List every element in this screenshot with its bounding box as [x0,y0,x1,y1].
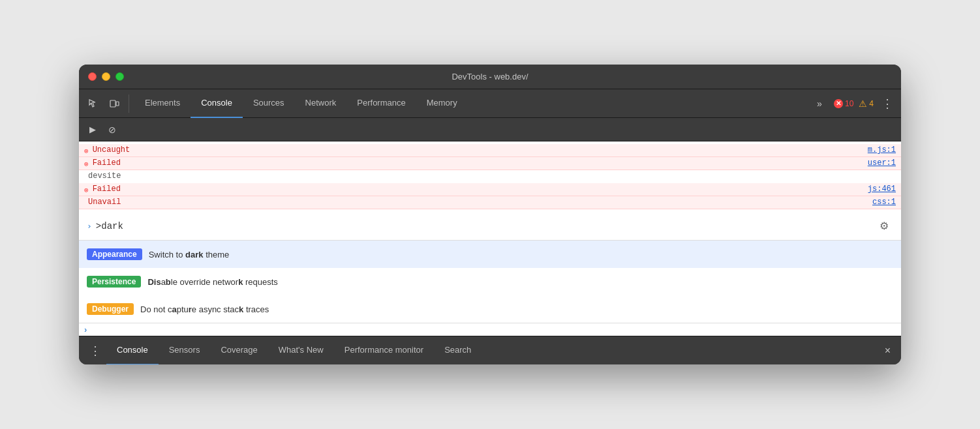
source-link[interactable]: css:1 [872,198,896,207]
console-line: Unavail css:1 [79,196,901,209]
inspect-element-button[interactable] [84,95,102,113]
minimize-button[interactable] [102,72,110,81]
source-link[interactable]: m.js:1 [868,145,896,155]
inspect-icon [88,98,99,109]
kebab-menu-button[interactable]: ⋮ [879,96,896,111]
window-title: DevTools - web.dev/ [452,72,528,81]
source-link[interactable]: user:1 [868,158,896,168]
error-icon: ⊗ [84,186,89,194]
console-line: ⊗ Failed user:1 [79,157,901,170]
bottom-close-button[interactable]: × [880,336,896,365]
autocomplete-item-persistence[interactable]: Persistence Disable override network req… [79,268,901,295]
item-text-persistence: Disable override network requests [147,277,277,287]
bottom-tab-console[interactable]: Console [106,336,159,365]
console-line: devsite [79,170,901,183]
bottom-tab-performance-monitor[interactable]: Performance monitor [334,336,434,365]
tab-console[interactable]: Console [191,89,243,118]
devtools-window: DevTools - web.dev/ Elements Console [79,65,901,364]
autocomplete-dropdown: Appearance Switch to dark theme Persiste… [79,241,901,323]
more-tabs-icon: » [817,98,822,109]
console-text: Unavail [88,198,868,207]
item-text-debugger: Do not capture async stack traces [140,304,269,314]
console-text: Uncaught [93,145,864,155]
bottom-tab-sensors[interactable]: Sensors [159,336,211,365]
badge-persistence: Persistence [87,276,141,288]
error-icon: ✕ [834,99,843,108]
bottom-tab-whats-new[interactable]: What's New [268,336,334,365]
titlebar: DevTools - web.dev/ [79,65,901,89]
badge-debugger: Debugger [87,303,134,315]
command-row-right: ⚙ [875,217,893,235]
console-text: devsite [88,171,896,181]
prompt-chevron-icon: › [84,325,87,334]
warning-count-badge[interactable]: ⚠ 4 [859,98,874,109]
error-count: 10 [845,99,853,108]
tab-memory[interactable]: Memory [416,89,468,118]
fullscreen-button[interactable] [115,72,124,81]
settings-button[interactable]: ⚙ [875,217,893,235]
toolbar-right: » ✕ 10 ⚠ 4 ⋮ [810,95,896,113]
command-input-row: › >dark ⚙ [79,212,901,241]
bottom-tab-coverage[interactable]: Coverage [210,336,268,365]
console-toolbar: ▶ ⊘ [79,118,901,141]
more-tabs-button[interactable]: » [810,95,829,113]
console-output: ⊗ Uncaught m.js:1 ⊗ Failed user:1 devsit… [79,141,901,212]
close-button[interactable] [88,72,97,81]
svg-rect-0 [110,100,115,107]
badge-appearance: Appearance [87,248,142,260]
play-icon: ▶ [89,125,96,134]
device-toggle-button[interactable] [105,95,123,113]
play-button[interactable]: ▶ [84,121,101,138]
bottom-tab-search[interactable]: Search [434,336,482,365]
device-icon [109,98,119,109]
toolbar-icon-group [84,95,129,113]
item-text-appearance: Switch to dark theme [149,250,230,259]
bottom-tabs: ⋮ Console Sensors Coverage What's New Pe… [79,336,901,364]
kebab-icon: ⋮ [881,97,893,110]
tab-performance[interactable]: Performance [346,89,416,118]
traffic-lights [88,72,124,81]
settings-icon: ⚙ [880,220,889,232]
prompt-chevron: › [87,221,92,231]
error-count-badge[interactable]: ✕ 10 [834,99,853,108]
console-prompt-line[interactable]: › [79,323,901,336]
console-line: ⊗ Failed js:461 [79,183,901,196]
bottom-more-icon: ⋮ [89,344,101,358]
clear-icon: ⊘ [108,125,116,135]
console-text: Failed [93,185,864,194]
autocomplete-item-debugger[interactable]: Debugger Do not capture async stack trac… [79,295,901,323]
error-icon: ⊗ [84,147,89,155]
tab-sources[interactable]: Sources [243,89,295,118]
console-line: ⊗ Uncaught m.js:1 [79,144,901,157]
autocomplete-item-appearance[interactable]: Appearance Switch to dark theme [79,241,901,268]
tab-elements[interactable]: Elements [134,89,191,118]
warning-count: 4 [869,99,874,108]
tab-network[interactable]: Network [295,89,347,118]
command-input-display[interactable]: >dark [96,221,875,231]
main-tabs: Elements Console Sources Network Perform… [134,89,808,118]
clear-button[interactable]: ⊘ [104,121,121,138]
bottom-more-button[interactable]: ⋮ [84,336,106,365]
error-icon: ⊗ [84,160,89,168]
svg-rect-1 [116,102,119,106]
main-content: ⊗ Uncaught m.js:1 ⊗ Failed user:1 devsit… [79,141,901,336]
main-toolbar: Elements Console Sources Network Perform… [79,89,901,118]
warning-icon: ⚠ [859,98,867,109]
close-icon: × [885,345,891,357]
console-text: Failed [93,158,864,168]
source-link[interactable]: js:461 [868,185,896,194]
